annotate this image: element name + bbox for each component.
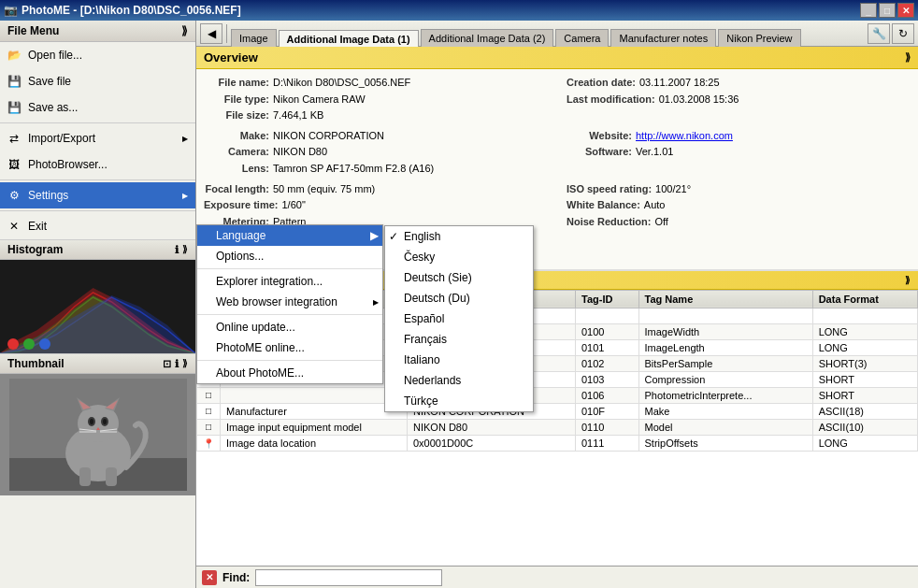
main-content-wrapper: ◀ Image Additional Image Data (1) Additi…: [196, 21, 918, 588]
online-update-item[interactable]: Online update...: [197, 317, 382, 337]
filetype-value: Nikon Camera RAW: [273, 92, 366, 108]
table-row: □ Manufacturer NIKON CORPORATION 010F Ma…: [197, 403, 918, 419]
nav-back-button[interactable]: ◀: [200, 23, 222, 44]
website-link[interactable]: http://www.nikon.com: [636, 130, 733, 141]
tab-manufacturer[interactable]: Manufacturer notes: [610, 29, 716, 47]
sidebar-item-exit[interactable]: ✕ Exit: [0, 213, 195, 239]
software-row: Software: Ver.1.01: [567, 144, 911, 161]
histogram-info-icon[interactable]: ℹ: [175, 244, 179, 256]
tab-additional1[interactable]: Additional Image Data (1): [279, 30, 419, 49]
menu-header: File Menu ⟫: [0, 21, 195, 42]
title-bar: 📷 PhotoME - [D:\Nikon D80\DSC_0056.NEF] …: [0, 0, 918, 21]
table-collapse-icon[interactable]: ⟫: [905, 275, 911, 285]
menu-section: File Menu ⟫ 📂 Open file... 💾 Save file 💾…: [0, 21, 195, 240]
wb-label: White Balance:: [567, 197, 640, 214]
title-bar-left: 📷 PhotoME - [D:\Nikon D80\DSC_0056.NEF]: [4, 4, 241, 17]
histogram-display: [0, 260, 195, 353]
webbrowser-integration-item[interactable]: Web browser integration ▶: [197, 292, 382, 312]
about-label: About PhotoME...: [216, 366, 304, 380]
tab-camera[interactable]: Camera: [555, 29, 609, 47]
tab-image[interactable]: Image: [231, 29, 277, 47]
histogram-label: Histogram: [7, 243, 63, 256]
lang-czech[interactable]: Česky: [385, 247, 533, 267]
make-grid: Make: NIKON CORPORATION Camera: NIKON D8…: [204, 128, 911, 178]
language-menu-item[interactable]: Language ▶: [197, 225, 382, 246]
sidebar-item-open[interactable]: 📂 Open file...: [0, 42, 195, 68]
histogram-dots: [7, 338, 50, 350]
table-row: 📍 Image data location 0x0001D00C 0111 St…: [197, 435, 918, 451]
explorer-label: Explorer integration...: [216, 275, 323, 288]
iso-label: ISO speed rating:: [567, 181, 652, 198]
tab-bar: Image Additional Image Data (1) Addition…: [231, 21, 866, 47]
language-submenu-arrow: ▶: [370, 229, 379, 242]
find-input[interactable]: [255, 569, 442, 586]
lang-german-sie[interactable]: Deutsch (Sie): [385, 267, 533, 288]
row-format: LONG: [812, 435, 917, 451]
tab-preview[interactable]: Nikon Preview: [718, 29, 800, 47]
nr-label: Noise Reduction:: [567, 214, 651, 231]
settings-context-menu: Language ▶ ✓ English Česky Deutsch: [196, 224, 383, 384]
make-left: Make: NIKON CORPORATION Camera: NIKON D8…: [204, 128, 548, 178]
photome-online-item[interactable]: PhotoME online...: [197, 337, 382, 358]
sidebar-item-save[interactable]: 💾 Save file: [0, 68, 195, 94]
tab-additional2[interactable]: Additional Image Data (2): [421, 29, 554, 47]
online-update-label: Online update...: [216, 321, 295, 334]
saveas-icon: 💾: [4, 97, 24, 118]
row-tagname: ImageLength: [638, 339, 812, 355]
histogram-section: Histogram ℹ ⟫: [0, 240, 195, 354]
language-label: Language: [216, 229, 265, 242]
explorer-integration-item[interactable]: Explorer integration...: [197, 271, 382, 292]
row-field: Image data location: [221, 435, 408, 451]
website-value: http://www.nikon.com: [636, 128, 733, 145]
col-format: Data Format: [812, 290, 917, 308]
thumbnail-display: [0, 374, 195, 495]
minimize-button[interactable]: _: [860, 3, 877, 18]
close-button[interactable]: ✕: [897, 3, 914, 18]
options-menu-item[interactable]: Options...: [197, 246, 382, 266]
histogram-header: Histogram ℹ ⟫: [0, 240, 195, 260]
lang-german-du[interactable]: Deutsch (Du): [385, 288, 533, 308]
lang-dutch[interactable]: Nederlands: [385, 370, 533, 391]
sidebar-item-saveas[interactable]: 💾 Save as...: [0, 94, 195, 121]
overview-collapse[interactable]: ⟫: [905, 51, 911, 64]
row-format: LONG: [812, 339, 917, 355]
lang-turkish[interactable]: Türkçe: [385, 391, 533, 411]
title-bar-controls: _ □ ✕: [860, 3, 914, 18]
lang-english[interactable]: ✓ English: [385, 226, 533, 247]
filesize-row: File size: 7.464,1 KB: [204, 108, 548, 124]
thumbnail-info-icon[interactable]: ℹ: [175, 358, 179, 370]
window-title: PhotoME - [D:\Nikon D80\DSC_0056.NEF]: [22, 4, 241, 17]
software-label: Software:: [567, 144, 632, 161]
toolbar-separator: [226, 24, 227, 43]
sidebar-item-importexport[interactable]: ⇄ Import/Export ▶: [0, 125, 195, 151]
make-label: Make:: [204, 128, 269, 145]
lastmod-row: Last modification: 01.03.2008 15:36: [567, 92, 911, 108]
lang-spanish[interactable]: Español: [385, 308, 533, 329]
thumbnail-header: Thumbnail ⊡ ℹ ⟫: [0, 354, 195, 374]
row-tagid: 0111: [576, 435, 639, 451]
histogram-collapse-icon[interactable]: ⟫: [182, 244, 188, 256]
tool-icon-1[interactable]: 🔧: [868, 23, 890, 44]
saveas-label: Save as...: [28, 101, 188, 114]
thumbnail-tool-icon[interactable]: ⊡: [163, 358, 171, 370]
sidebar-item-settings[interactable]: ⚙ Settings ▶: [0, 182, 195, 208]
about-item[interactable]: About PhotoME...: [197, 363, 382, 383]
maximize-button[interactable]: □: [879, 3, 896, 18]
filetype-row: File type: Nikon Camera RAW: [204, 92, 548, 108]
tool-icon-2[interactable]: ↻: [892, 23, 914, 44]
toolbar-right: 🔧 ↻: [868, 23, 914, 44]
nr-value: Off: [654, 214, 667, 231]
collapse-icon[interactable]: ⟫: [181, 24, 188, 37]
svg-rect-21: [79, 467, 91, 486]
lang-french[interactable]: Français: [385, 329, 533, 350]
exit-label: Exit: [28, 220, 188, 233]
sidebar-item-photobrowser[interactable]: 🖼 PhotoBrowser...: [0, 151, 195, 178]
lang-italian[interactable]: Italiano: [385, 350, 533, 370]
row-icon: □: [197, 403, 221, 419]
turkish-label: Türkçe: [404, 394, 438, 408]
find-label: Find:: [222, 571, 250, 584]
language-submenu: ✓ English Česky Deutsch (Sie) Deutsch (D…: [384, 225, 534, 412]
params-right: ISO speed rating: 100/21° White Balance:…: [567, 181, 911, 264]
find-close-icon[interactable]: ✕: [202, 570, 217, 585]
thumbnail-collapse-icon[interactable]: ⟫: [182, 358, 188, 370]
